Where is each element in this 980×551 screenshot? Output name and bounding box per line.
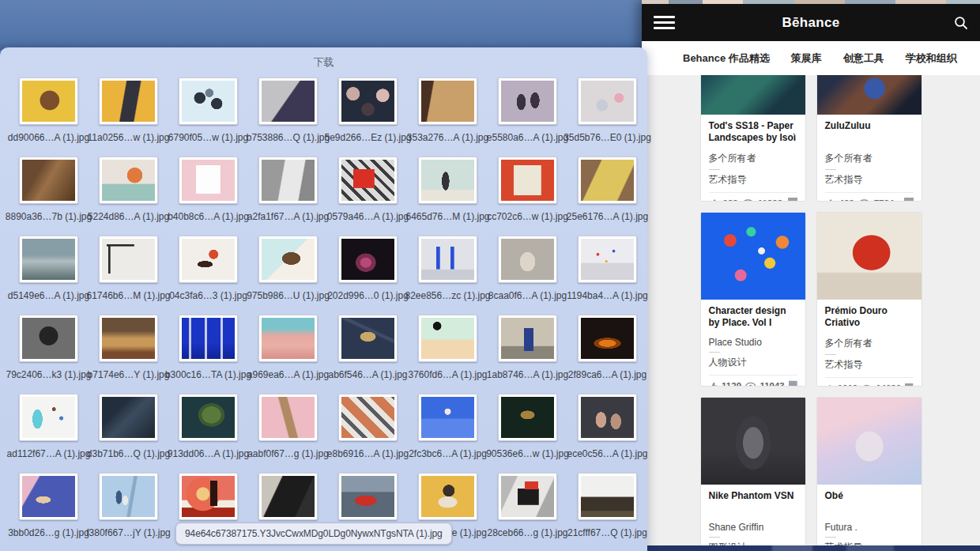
file-thumbnail-frame[interactable] xyxy=(258,394,318,441)
file-thumbnail[interactable] xyxy=(501,397,554,438)
project-author[interactable]: 多个所有者 xyxy=(825,152,914,165)
file-item[interactable]: 975b986…U (1).jpg xyxy=(248,234,328,313)
file-thumbnail[interactable] xyxy=(341,160,394,201)
file-thumbnail[interactable] xyxy=(341,318,394,359)
file-item[interactable]: a969ea6…A (1).jpg xyxy=(248,313,328,392)
tab[interactable]: 创意工具 xyxy=(843,51,884,66)
file-item[interactable]: 6465d76…M (1).jpg xyxy=(408,155,488,234)
file-item[interactable]: 8caa0f6…A (1).jpg xyxy=(488,234,567,313)
file-thumbnail-frame[interactable] xyxy=(418,315,477,362)
project-author[interactable]: Place Studio xyxy=(709,337,797,348)
file-thumbnail-frame[interactable] xyxy=(498,77,557,125)
project-author[interactable]: 多个所有者 xyxy=(709,152,797,165)
bookmark-icon[interactable] xyxy=(789,380,797,387)
file-thumbnail-frame[interactable] xyxy=(578,394,637,441)
project-image[interactable] xyxy=(701,398,805,485)
file-item[interactable]: 21cfff67…Q (1).jpg xyxy=(567,471,647,550)
project-author[interactable]: Shane Griffin xyxy=(709,522,797,533)
file-item[interactable]: 6790f05…w (1).jpg xyxy=(168,76,248,155)
file-item[interactable]: b7174e6…Y (1).jpg xyxy=(89,313,168,392)
file-thumbnail[interactable] xyxy=(22,476,75,517)
project-card[interactable]: Nike Phantom VSN Shane Griffin 图形设计 xyxy=(700,397,806,545)
file-thumbnail[interactable] xyxy=(22,397,75,438)
file-item[interactable]: dd90066…A (1).jpg xyxy=(9,76,89,155)
file-thumbnail[interactable] xyxy=(102,318,155,359)
file-thumbnail[interactable] xyxy=(501,81,554,122)
file-item[interactable]: 202d996…0 (1).jpg xyxy=(328,234,408,313)
file-item[interactable]: 3760fd6…A (1).jpg xyxy=(408,313,488,392)
file-thumbnail[interactable] xyxy=(341,81,394,122)
project-title[interactable]: Prémio Douro Criativo xyxy=(825,305,914,329)
file-item[interactable]: cc702c6…w (1).jpg xyxy=(488,155,567,234)
project-category[interactable]: 艺术指导 xyxy=(709,173,797,187)
project-title[interactable]: Nike Phantom VSN xyxy=(709,490,797,514)
file-thumbnail[interactable] xyxy=(581,318,634,359)
file-thumbnail-frame[interactable] xyxy=(179,157,238,204)
tab[interactable]: 学校和组织 xyxy=(906,51,957,66)
file-thumbnail[interactable] xyxy=(102,160,155,201)
file-thumbnail[interactable] xyxy=(501,239,554,280)
file-thumbnail-frame[interactable] xyxy=(578,473,637,520)
project-author[interactable]: 多个所有者 xyxy=(825,337,914,350)
file-item[interactable]: 913dd06…A (1).jpg xyxy=(168,392,248,471)
file-item[interactable]: ad112f67…A (1).jpg xyxy=(9,392,89,471)
file-item[interactable]: f380f667…jY (1).jpg xyxy=(89,471,168,550)
file-thumbnail-frame[interactable] xyxy=(258,315,318,362)
project-card[interactable]: ZuluZuluu 多个所有者 艺术指导 423 xyxy=(816,75,922,202)
file-thumbnail[interactable] xyxy=(22,81,75,122)
project-author[interactable]: Futura . xyxy=(825,522,914,533)
file-thumbnail-frame[interactable] xyxy=(99,77,158,125)
bookmark-icon[interactable] xyxy=(904,198,914,202)
file-thumbnail[interactable] xyxy=(22,318,75,359)
file-thumbnail[interactable] xyxy=(581,239,634,280)
project-title[interactable]: Tod's SS18 - Paper Landscapes by Isoì xyxy=(709,120,797,144)
file-thumbnail[interactable] xyxy=(262,397,315,438)
project-category[interactable]: 人物设计 xyxy=(709,356,797,369)
file-item[interactable]: 1194ba4…A (1).jpg xyxy=(567,234,647,313)
file-thumbnail[interactable] xyxy=(262,239,315,280)
file-thumbnail-frame[interactable] xyxy=(258,77,318,125)
project-card[interactable]: Tod's SS18 - Paper Landscapes by Isoì 多个… xyxy=(700,75,806,202)
file-thumbnail-frame[interactable] xyxy=(179,394,238,441)
file-thumbnail-frame[interactable] xyxy=(179,77,238,125)
file-thumbnail-frame[interactable] xyxy=(19,473,78,520)
project-image[interactable] xyxy=(817,75,922,115)
project-category[interactable]: 艺术指导 xyxy=(825,173,914,187)
file-item[interactable]: 5224d86…A (1).jpg xyxy=(89,155,168,234)
file-thumbnail[interactable] xyxy=(102,397,155,438)
file-thumbnail-frame[interactable] xyxy=(99,394,158,441)
file-thumbnail[interactable] xyxy=(581,81,634,122)
file-thumbnail[interactable] xyxy=(341,397,394,438)
project-title[interactable]: Obé xyxy=(825,490,914,514)
file-item[interactable]: b40b8c6…A (1).jpg xyxy=(168,155,248,234)
file-item[interactable]: 353a276…A (1).jpg xyxy=(408,76,488,155)
file-thumbnail[interactable] xyxy=(262,81,315,122)
file-item[interactable]: 11a0256…w (1).jpg xyxy=(89,76,168,155)
file-item[interactable]: 04c3fa6…3 (1).jpg xyxy=(168,234,248,313)
file-thumbnail-frame[interactable] xyxy=(418,394,477,441)
file-thumbnail-frame[interactable] xyxy=(338,157,398,204)
file-thumbnail-frame[interactable] xyxy=(19,394,78,441)
file-thumbnail[interactable] xyxy=(182,160,235,201)
file-thumbnail[interactable] xyxy=(102,476,155,517)
file-thumbnail[interactable] xyxy=(341,239,394,280)
file-thumbnail-frame[interactable] xyxy=(258,236,318,283)
file-item[interactable]: 8890a36…7b (1).jpg xyxy=(9,155,89,234)
project-image[interactable] xyxy=(701,75,805,115)
file-thumbnail[interactable] xyxy=(262,476,315,517)
file-thumbnail-frame[interactable] xyxy=(179,236,238,283)
file-thumbnail-frame[interactable] xyxy=(578,315,637,362)
file-thumbnail-frame[interactable] xyxy=(418,236,477,283)
file-thumbnail-frame[interactable] xyxy=(338,473,398,520)
file-item[interactable]: b300c16…TA (1).jpg xyxy=(168,313,248,392)
file-thumbnail-frame[interactable] xyxy=(19,315,78,362)
file-thumbnail[interactable] xyxy=(501,318,554,359)
project-image[interactable] xyxy=(817,213,922,300)
file-item[interactable]: 82ee856…zc (1).jpg xyxy=(408,234,488,313)
file-thumbnail-frame[interactable] xyxy=(179,473,238,520)
file-thumbnail-frame[interactable] xyxy=(498,473,557,520)
file-item[interactable]: 25e6176…A (1).jpg xyxy=(567,155,647,234)
file-thumbnail-frame[interactable] xyxy=(338,394,398,441)
file-thumbnail-frame[interactable] xyxy=(578,77,637,125)
file-thumbnail[interactable] xyxy=(501,476,554,517)
